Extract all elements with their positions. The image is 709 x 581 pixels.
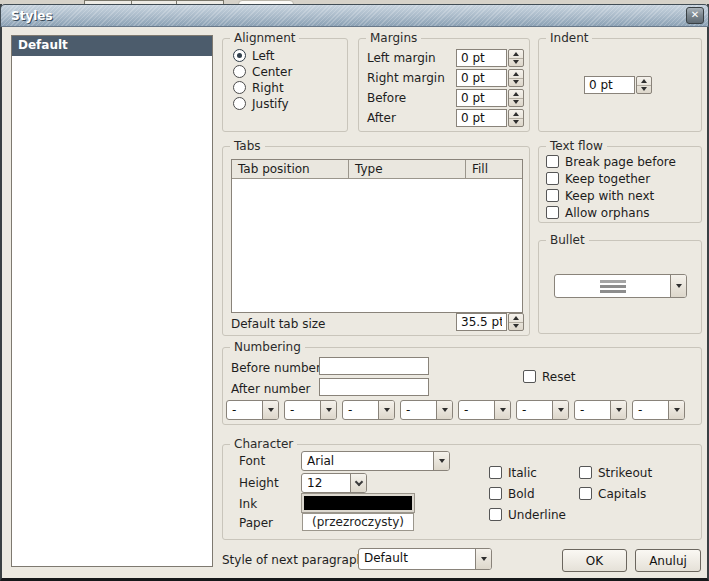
capitals-checkbox[interactable] [579, 487, 592, 500]
font-dropdown-button[interactable] [433, 452, 449, 470]
column-header-type[interactable]: Type [349, 160, 466, 178]
indent-spin-buttons[interactable] [636, 76, 652, 94]
level-dropdown-1-value: - [227, 401, 262, 419]
alignment-option-left[interactable]: Left [233, 48, 275, 63]
spin-down-icon[interactable] [509, 99, 523, 107]
before-input[interactable] [456, 89, 507, 107]
default-tab-size-input[interactable] [456, 313, 507, 331]
spin-down-icon[interactable] [509, 59, 523, 67]
column-header-tab-position[interactable]: Tab position [232, 160, 349, 178]
alignment-option-justify[interactable]: Justify [233, 96, 289, 111]
alignment-option-center[interactable]: Center [233, 64, 292, 79]
height-dropdown-button[interactable] [350, 474, 366, 492]
spin-down-icon[interactable] [637, 86, 651, 94]
cancel-button[interactable]: Anuluj [635, 549, 701, 572]
reset-checkbox[interactable] [523, 370, 536, 383]
next-style-dropdown-button[interactable] [475, 549, 491, 569]
italic-option[interactable]: Italic [489, 465, 537, 480]
allow-orphans-option[interactable]: Allow orphans [546, 205, 650, 220]
reset-option[interactable]: Reset [523, 369, 576, 384]
keep-together-checkbox[interactable] [546, 172, 559, 185]
spin-up-icon[interactable] [509, 70, 523, 79]
after-input[interactable] [456, 109, 507, 127]
font-dropdown[interactable]: Arial [301, 451, 450, 471]
bold-option[interactable]: Bold [489, 486, 535, 501]
spin-up-icon[interactable] [637, 77, 651, 86]
capitals-option[interactable]: Capitals [579, 486, 646, 501]
spin-down-icon[interactable] [509, 119, 523, 127]
allow-orphans-checkbox[interactable] [546, 206, 559, 219]
radio-right[interactable] [233, 81, 246, 94]
level-dropdown-4-button[interactable] [436, 401, 452, 419]
break-page-before-checkbox[interactable] [546, 155, 559, 168]
before-spinner [456, 89, 524, 107]
strikeout-checkbox[interactable] [579, 466, 592, 479]
list-item[interactable]: Default [12, 36, 212, 56]
bold-checkbox[interactable] [489, 487, 502, 500]
radio-left[interactable] [233, 49, 246, 62]
height-dropdown[interactable]: 12 [301, 473, 367, 493]
spin-up-icon[interactable] [509, 314, 523, 323]
after-number-input[interactable] [319, 378, 429, 396]
column-header-fill[interactable]: Fill [466, 160, 522, 178]
radio-left-label: Left [252, 49, 275, 63]
keep-with-next-option[interactable]: Keep with next [546, 188, 654, 203]
strikeout-option[interactable]: Strikeout [579, 465, 652, 480]
spin-down-icon[interactable] [509, 323, 523, 331]
character-group-label: Character [230, 437, 297, 452]
next-style-dropdown[interactable]: Default [358, 548, 492, 570]
chevron-down-icon [326, 408, 332, 412]
level-dropdown-3-button[interactable] [378, 401, 394, 419]
bullet-dropdown[interactable] [554, 274, 687, 298]
radio-center[interactable] [233, 65, 246, 78]
chevron-down-icon [676, 284, 682, 288]
spin-up-icon[interactable] [509, 50, 523, 59]
bold-label: Bold [508, 487, 535, 501]
spin-down-icon[interactable] [509, 79, 523, 87]
paper-color-button[interactable]: (przezroczysty) [302, 513, 414, 531]
right-margin-spin-buttons[interactable] [508, 69, 524, 87]
close-button[interactable]: ✕ [686, 7, 704, 24]
level-dropdown-8-button[interactable] [668, 401, 684, 419]
level-dropdown-7[interactable]: - [574, 400, 627, 420]
level-dropdown-8[interactable]: - [632, 400, 685, 420]
alignment-option-right[interactable]: Right [233, 80, 284, 95]
ok-button[interactable]: OK [562, 549, 627, 572]
level-dropdown-1-button[interactable] [262, 401, 278, 419]
level-dropdown-3[interactable]: - [342, 400, 395, 420]
level-dropdown-5-button[interactable] [494, 401, 510, 419]
level-dropdown-2[interactable]: - [284, 400, 337, 420]
chevron-down-icon [384, 408, 390, 412]
before-spin-buttons[interactable] [508, 89, 524, 107]
level-dropdown-6-button[interactable] [552, 401, 568, 419]
after-spin-buttons[interactable] [508, 109, 524, 127]
bullet-dropdown-button[interactable] [670, 275, 686, 297]
ink-color-button[interactable] [302, 494, 414, 512]
tabs-table[interactable]: Tab position Type Fill [231, 159, 523, 313]
spin-up-icon[interactable] [509, 110, 523, 119]
indent-input[interactable] [584, 76, 635, 94]
left-margin-input[interactable] [456, 49, 507, 67]
chevron-down-icon [616, 408, 622, 412]
keep-with-next-checkbox[interactable] [546, 189, 559, 202]
level-dropdown-5[interactable]: - [458, 400, 511, 420]
level-dropdown-4[interactable]: - [400, 400, 453, 420]
level-dropdown-7-button[interactable] [610, 401, 626, 419]
level-dropdown-6[interactable]: - [516, 400, 569, 420]
default-tab-size-spin-buttons[interactable] [508, 313, 524, 331]
spin-up-icon[interactable] [509, 90, 523, 99]
left-margin-spin-buttons[interactable] [508, 49, 524, 67]
height-label: Height [239, 476, 279, 491]
before-number-input[interactable] [319, 357, 429, 375]
radio-justify[interactable] [233, 97, 246, 110]
underline-checkbox[interactable] [489, 508, 502, 521]
break-page-before-option[interactable]: Break page before [546, 154, 676, 169]
italic-checkbox[interactable] [489, 466, 502, 479]
level-dropdown-1[interactable]: - [226, 400, 279, 420]
keep-together-option[interactable]: Keep together [546, 171, 650, 186]
level-dropdown-2-button[interactable] [320, 401, 336, 419]
right-margin-input[interactable] [456, 69, 507, 87]
dialog-titlebar[interactable]: Styles [0, 4, 709, 27]
style-listbox[interactable]: Default [11, 35, 213, 567]
underline-option[interactable]: Underline [489, 507, 566, 522]
